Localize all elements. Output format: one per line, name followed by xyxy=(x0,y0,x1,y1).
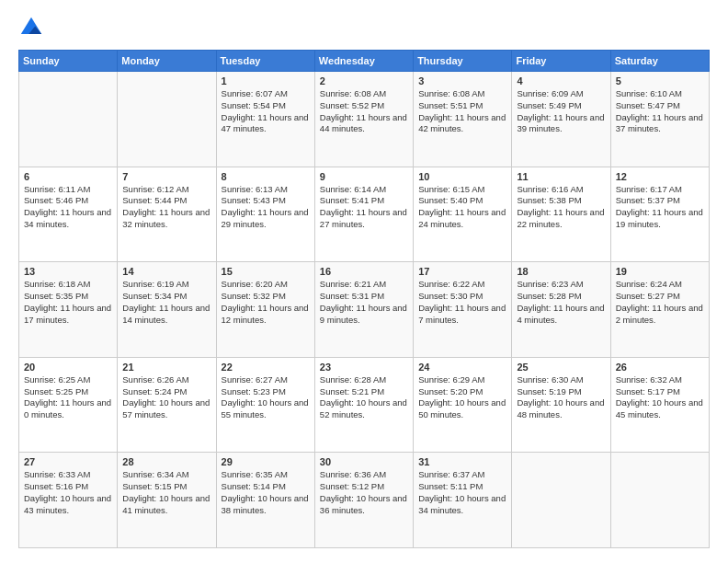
day-number: 20 xyxy=(24,362,112,373)
day-number: 19 xyxy=(616,266,704,277)
cell-info: Sunrise: 6:27 AMSunset: 5:23 PMDaylight:… xyxy=(222,374,309,419)
calendar-cell xyxy=(19,72,118,167)
calendar-week: 13Sunrise: 6:18 AMSunset: 5:35 PMDayligh… xyxy=(19,262,710,358)
cell-info: Sunrise: 6:11 AMSunset: 5:46 PMDaylight:… xyxy=(24,184,111,229)
calendar-cell: 11Sunrise: 6:16 AMSunset: 5:38 PMDayligh… xyxy=(512,167,610,262)
day-number: 23 xyxy=(320,362,408,373)
day-number: 9 xyxy=(320,171,408,182)
day-number: 5 xyxy=(616,75,704,86)
day-number: 7 xyxy=(122,171,210,182)
calendar-cell: 24Sunrise: 6:29 AMSunset: 5:20 PMDayligh… xyxy=(414,357,512,453)
logo xyxy=(18,15,48,40)
calendar-cell: 30Sunrise: 6:36 AMSunset: 5:12 PMDayligh… xyxy=(314,453,413,548)
day-number: 4 xyxy=(517,75,605,86)
calendar-cell: 19Sunrise: 6:24 AMSunset: 5:27 PMDayligh… xyxy=(610,262,709,358)
day-number: 31 xyxy=(418,456,506,467)
weekday-header: Wednesday xyxy=(314,51,413,72)
calendar-cell: 18Sunrise: 6:23 AMSunset: 5:28 PMDayligh… xyxy=(512,262,610,358)
day-number: 26 xyxy=(616,362,704,373)
day-number: 15 xyxy=(222,266,310,277)
day-number: 6 xyxy=(24,171,112,182)
calendar-cell: 25Sunrise: 6:30 AMSunset: 5:19 PMDayligh… xyxy=(512,357,610,453)
cell-info: Sunrise: 6:29 AMSunset: 5:20 PMDaylight:… xyxy=(418,374,506,419)
day-number: 3 xyxy=(418,75,506,86)
calendar-cell: 15Sunrise: 6:20 AMSunset: 5:32 PMDayligh… xyxy=(216,262,314,358)
cell-info: Sunrise: 6:19 AMSunset: 5:34 PMDaylight:… xyxy=(122,279,210,324)
cell-info: Sunrise: 6:13 AMSunset: 5:43 PMDaylight:… xyxy=(222,184,309,229)
page: SundayMondayTuesdayWednesdayThursdayFrid… xyxy=(0,0,728,563)
calendar-cell xyxy=(512,453,610,548)
day-number: 13 xyxy=(24,266,112,277)
cell-info: Sunrise: 6:14 AMSunset: 5:41 PMDaylight:… xyxy=(320,184,407,229)
calendar: SundayMondayTuesdayWednesdayThursdayFrid… xyxy=(18,50,710,548)
calendar-header: SundayMondayTuesdayWednesdayThursdayFrid… xyxy=(19,51,710,72)
calendar-cell xyxy=(610,453,709,548)
calendar-cell: 9Sunrise: 6:14 AMSunset: 5:41 PMDaylight… xyxy=(314,167,413,262)
calendar-cell: 27Sunrise: 6:33 AMSunset: 5:16 PMDayligh… xyxy=(19,453,118,548)
day-number: 8 xyxy=(222,171,310,182)
day-number: 11 xyxy=(517,171,605,182)
calendar-cell: 14Sunrise: 6:19 AMSunset: 5:34 PMDayligh… xyxy=(118,262,216,358)
calendar-cell: 17Sunrise: 6:22 AMSunset: 5:30 PMDayligh… xyxy=(414,262,512,358)
calendar-cell: 22Sunrise: 6:27 AMSunset: 5:23 PMDayligh… xyxy=(216,357,314,453)
day-number: 2 xyxy=(320,75,408,86)
calendar-cell: 13Sunrise: 6:18 AMSunset: 5:35 PMDayligh… xyxy=(19,262,118,358)
day-number: 27 xyxy=(24,456,112,467)
day-number: 28 xyxy=(122,456,210,467)
weekday-header: Monday xyxy=(118,51,216,72)
cell-info: Sunrise: 6:18 AMSunset: 5:35 PMDaylight:… xyxy=(24,279,111,324)
cell-info: Sunrise: 6:35 AMSunset: 5:14 PMDaylight:… xyxy=(222,469,309,514)
day-number: 30 xyxy=(320,456,408,467)
cell-info: Sunrise: 6:20 AMSunset: 5:32 PMDaylight:… xyxy=(222,279,309,324)
weekday-row: SundayMondayTuesdayWednesdayThursdayFrid… xyxy=(19,51,710,72)
cell-info: Sunrise: 6:09 AMSunset: 5:49 PMDaylight:… xyxy=(517,88,604,133)
cell-info: Sunrise: 6:24 AMSunset: 5:27 PMDaylight:… xyxy=(616,279,703,324)
cell-info: Sunrise: 6:28 AMSunset: 5:21 PMDaylight:… xyxy=(320,374,407,419)
cell-info: Sunrise: 6:08 AMSunset: 5:52 PMDaylight:… xyxy=(320,88,407,133)
weekday-header: Tuesday xyxy=(216,51,314,72)
calendar-cell: 29Sunrise: 6:35 AMSunset: 5:14 PMDayligh… xyxy=(216,453,314,548)
cell-info: Sunrise: 6:08 AMSunset: 5:51 PMDaylight:… xyxy=(418,88,506,133)
calendar-cell: 6Sunrise: 6:11 AMSunset: 5:46 PMDaylight… xyxy=(19,167,118,262)
cell-info: Sunrise: 6:12 AMSunset: 5:44 PMDaylight:… xyxy=(122,184,210,229)
cell-info: Sunrise: 6:10 AMSunset: 5:47 PMDaylight:… xyxy=(616,88,703,133)
header xyxy=(18,15,710,40)
calendar-cell: 16Sunrise: 6:21 AMSunset: 5:31 PMDayligh… xyxy=(314,262,413,358)
day-number: 14 xyxy=(122,266,210,277)
day-number: 1 xyxy=(222,75,310,86)
calendar-cell: 28Sunrise: 6:34 AMSunset: 5:15 PMDayligh… xyxy=(118,453,216,548)
day-number: 12 xyxy=(616,171,704,182)
calendar-week: 6Sunrise: 6:11 AMSunset: 5:46 PMDaylight… xyxy=(19,167,710,262)
day-number: 24 xyxy=(418,362,506,373)
logo-icon xyxy=(18,15,44,40)
cell-info: Sunrise: 6:25 AMSunset: 5:25 PMDaylight:… xyxy=(24,374,111,419)
day-number: 17 xyxy=(418,266,506,277)
cell-info: Sunrise: 6:36 AMSunset: 5:12 PMDaylight:… xyxy=(320,469,407,514)
day-number: 10 xyxy=(418,171,506,182)
calendar-week: 20Sunrise: 6:25 AMSunset: 5:25 PMDayligh… xyxy=(19,357,710,453)
weekday-header: Friday xyxy=(512,51,610,72)
calendar-cell: 23Sunrise: 6:28 AMSunset: 5:21 PMDayligh… xyxy=(314,357,413,453)
weekday-header: Saturday xyxy=(610,51,709,72)
cell-info: Sunrise: 6:16 AMSunset: 5:38 PMDaylight:… xyxy=(517,184,604,229)
calendar-cell xyxy=(118,72,216,167)
calendar-cell: 12Sunrise: 6:17 AMSunset: 5:37 PMDayligh… xyxy=(610,167,709,262)
cell-info: Sunrise: 6:23 AMSunset: 5:28 PMDaylight:… xyxy=(517,279,604,324)
day-number: 25 xyxy=(517,362,605,373)
calendar-cell: 1Sunrise: 6:07 AMSunset: 5:54 PMDaylight… xyxy=(216,72,314,167)
cell-info: Sunrise: 6:32 AMSunset: 5:17 PMDaylight:… xyxy=(616,374,703,419)
cell-info: Sunrise: 6:17 AMSunset: 5:37 PMDaylight:… xyxy=(616,184,703,229)
calendar-week: 27Sunrise: 6:33 AMSunset: 5:16 PMDayligh… xyxy=(19,453,710,548)
cell-info: Sunrise: 6:30 AMSunset: 5:19 PMDaylight:… xyxy=(517,374,604,419)
cell-info: Sunrise: 6:21 AMSunset: 5:31 PMDaylight:… xyxy=(320,279,407,324)
weekday-header: Sunday xyxy=(19,51,118,72)
calendar-cell: 2Sunrise: 6:08 AMSunset: 5:52 PMDaylight… xyxy=(314,72,413,167)
day-number: 29 xyxy=(222,456,310,467)
calendar-week: 1Sunrise: 6:07 AMSunset: 5:54 PMDaylight… xyxy=(19,72,710,167)
day-number: 21 xyxy=(122,362,210,373)
calendar-cell: 4Sunrise: 6:09 AMSunset: 5:49 PMDaylight… xyxy=(512,72,610,167)
calendar-cell: 20Sunrise: 6:25 AMSunset: 5:25 PMDayligh… xyxy=(19,357,118,453)
calendar-cell: 8Sunrise: 6:13 AMSunset: 5:43 PMDaylight… xyxy=(216,167,314,262)
cell-info: Sunrise: 6:15 AMSunset: 5:40 PMDaylight:… xyxy=(418,184,506,229)
calendar-cell: 21Sunrise: 6:26 AMSunset: 5:24 PMDayligh… xyxy=(118,357,216,453)
